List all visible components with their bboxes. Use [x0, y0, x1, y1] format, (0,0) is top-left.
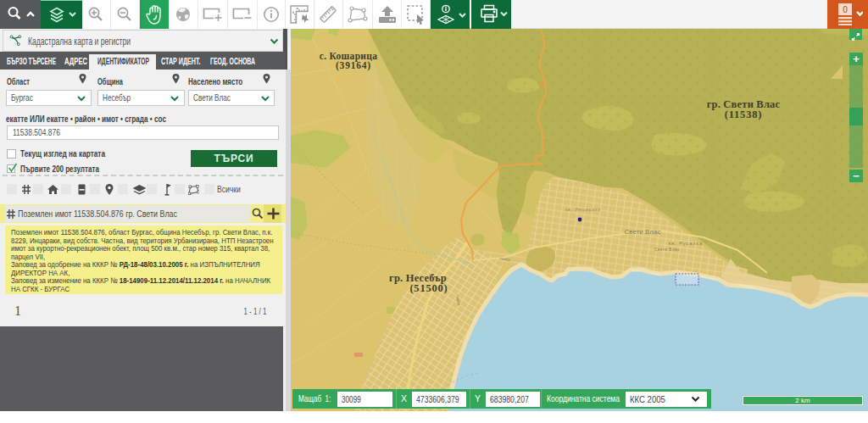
svg-text:(39164): (39164): [336, 60, 371, 71]
svg-text:Свети Влас: Свети Влас: [625, 228, 661, 236]
svg-text:(11538): (11538): [725, 109, 763, 120]
svg-text:кв. Русалка: кв. Русалка: [669, 241, 703, 246]
svg-text:кв. Инцараки: кв. Инцараки: [565, 207, 601, 212]
svg-text:(51500): (51500): [409, 282, 448, 294]
svg-text:Свети Влас: Свети Влас: [654, 248, 680, 252]
svg-text:0: 0: [843, 5, 848, 14]
